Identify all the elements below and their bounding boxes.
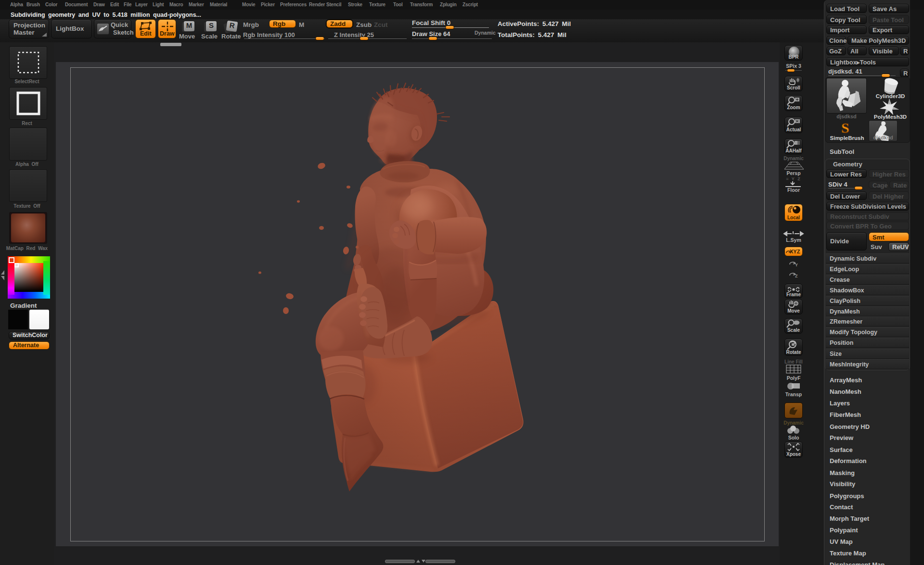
svg-text:Z: Z xyxy=(795,274,798,278)
svg-text:S: S xyxy=(841,120,849,136)
svg-text:Y: Y xyxy=(795,263,798,267)
